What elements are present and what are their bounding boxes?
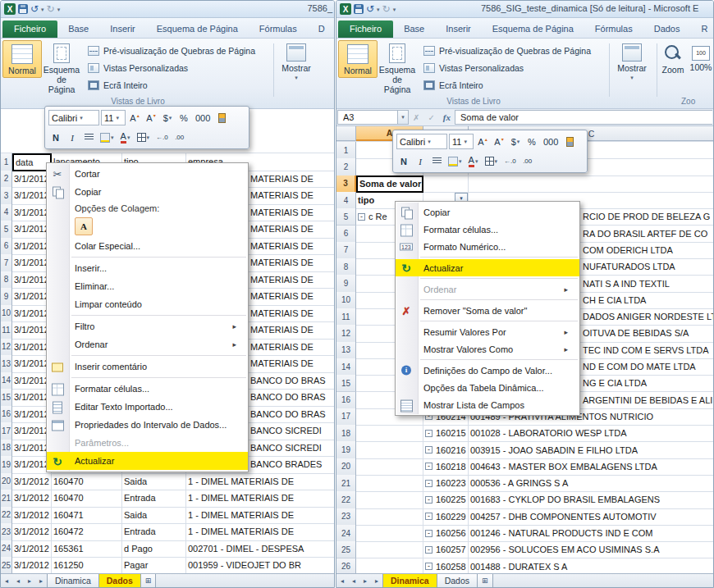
- borders-button[interactable]: ▾: [135, 130, 153, 145]
- cell-b19[interactable]: -160216: [423, 441, 469, 458]
- ribbon-tab-base[interactable]: Base: [393, 21, 435, 38]
- normal-view-button[interactable]: Normal: [338, 40, 378, 78]
- row-header-8[interactable]: 8: [1, 271, 12, 289]
- format-painter-button[interactable]: [214, 110, 229, 125]
- insert-sheet-tab[interactable]: ⊞: [477, 574, 493, 587]
- cell-c26[interactable]: 001488 - DURATEX S A: [469, 558, 713, 576]
- sheet-nav-next-icon[interactable]: ▸: [364, 577, 367, 585]
- accounting-number-format-button[interactable]: $▾: [508, 134, 523, 149]
- decrease-decimal-button[interactable]: ←.0: [153, 130, 171, 145]
- menu-item-mostrar-valores-como[interactable]: Mostrar Valores Como▸: [396, 340, 579, 358]
- cell-c19[interactable]: 003915 - JOAO SABADIN E FILHO LTDA: [469, 441, 713, 458]
- sheet-nav-next-icon[interactable]: ▸: [375, 577, 378, 585]
- save-icon[interactable]: [18, 4, 28, 14]
- row-header-25[interactable]: 25: [1, 557, 12, 575]
- cell-a23[interactable]: [356, 508, 423, 526]
- row-header-20[interactable]: 20: [336, 458, 356, 476]
- excel-app-icon[interactable]: [340, 3, 351, 15]
- cell-b26[interactable]: -160258: [423, 558, 469, 576]
- collapse-icon[interactable]: -: [425, 563, 433, 570]
- menu-item-actualizar[interactable]: Actualizar: [396, 259, 579, 276]
- row-header-13[interactable]: 13: [336, 342, 356, 359]
- show-button[interactable]: Mostrar▾: [277, 40, 316, 82]
- font-size-select[interactable]: 11▾: [101, 110, 126, 125]
- row-header-11[interactable]: 11: [1, 321, 12, 340]
- row-header-23[interactable]: 23: [336, 508, 356, 526]
- row-header-2[interactable]: 2: [1, 171, 12, 189]
- cell-a18[interactable]: [356, 425, 423, 442]
- collapse-icon[interactable]: -: [425, 496, 433, 504]
- cell-b22[interactable]: 160471: [52, 507, 122, 525]
- ribbon-tab-esquema-de-p-gina[interactable]: Esquema de Página: [146, 21, 249, 38]
- sheet-nav-next-icon[interactable]: ▸: [39, 577, 43, 585]
- select-all-corner[interactable]: [336, 126, 356, 141]
- row-header-25[interactable]: 25: [336, 541, 356, 558]
- cell-b24[interactable]: -160256: [423, 525, 469, 542]
- menu-item-eliminar[interactable]: Eliminar...: [47, 277, 248, 295]
- cell-d25[interactable]: 001959 - VIDEOJET DO BR: [186, 557, 334, 575]
- row-header-10[interactable]: 10: [1, 305, 12, 323]
- cell-c24[interactable]: d Pago: [122, 540, 186, 558]
- row-header-7[interactable]: 7: [1, 254, 12, 272]
- row-header-24[interactable]: 24: [1, 540, 12, 558]
- row-header-4[interactable]: 4: [1, 204, 12, 222]
- sheet-nav-prev-icon[interactable]: ◂: [16, 577, 20, 585]
- collapse-icon[interactable]: -: [358, 213, 365, 221]
- font-color-button[interactable]: A▾: [466, 153, 481, 169]
- row-header-19[interactable]: 19: [336, 441, 356, 458]
- cell-a3[interactable]: Soma de valor: [356, 175, 423, 193]
- cell-a24[interactable]: [356, 525, 423, 542]
- row-header-21[interactable]: 21: [1, 490, 12, 508]
- view-option-vistas-personalizadas[interactable]: Vistas Personalizadas: [423, 59, 591, 76]
- cell-b20[interactable]: -160218: [423, 458, 469, 476]
- ribbon-tab-r[interactable]: R: [690, 21, 714, 38]
- sheet-nav-prev-icon[interactable]: ◂: [5, 577, 8, 585]
- collapse-icon[interactable]: -: [425, 463, 433, 470]
- cell-a22[interactable]: 3/1/2012: [12, 507, 52, 525]
- undo-icon[interactable]: [30, 4, 39, 14]
- row-header-16[interactable]: 16: [1, 406, 12, 424]
- menu-item-op-es-da-tabela-din-mica[interactable]: Opções da Tabela Dinâmica...: [396, 379, 579, 396]
- menu-item-colar-especial[interactable]: Colar Especial...: [47, 237, 248, 255]
- menu-item-filtro[interactable]: Filtro▸: [47, 317, 248, 335]
- menu-item-limpar-conte-do[interactable]: Limpar conteúdo: [47, 295, 248, 313]
- row-header-9[interactable]: 9: [336, 275, 356, 292]
- menu-item-ordenar[interactable]: Ordenar▸: [47, 335, 248, 353]
- collapse-icon[interactable]: -: [425, 446, 433, 454]
- cell-b24[interactable]: 165361: [52, 540, 122, 558]
- menu-item-resumir-valores-por[interactable]: Resumir Valores Por▸: [396, 323, 579, 340]
- font-name-select[interactable]: Calibri▾: [48, 110, 99, 125]
- cell-b21[interactable]: 160470: [52, 490, 122, 508]
- row-header-22[interactable]: 22: [336, 491, 356, 508]
- row-header-3[interactable]: 3: [336, 175, 356, 193]
- cell-c24[interactable]: 001246 - NATURAL PRODUCTS IND E COM: [469, 525, 713, 542]
- row-header-17[interactable]: 17: [336, 408, 356, 426]
- cell-a21[interactable]: [356, 475, 423, 492]
- comma-style-button[interactable]: 000: [193, 110, 213, 125]
- row-header-24[interactable]: 24: [336, 525, 356, 542]
- menu-item-inserir-coment-rio[interactable]: Inserir comentário: [47, 358, 248, 376]
- titlebar[interactable]: ▾ ▾ 7586_SIG_teste_dinamica [Só de leitu…: [336, 1, 713, 18]
- decrease-font-size-button[interactable]: A▾: [144, 110, 158, 125]
- cell-a25[interactable]: [356, 541, 423, 558]
- decrease-decimal-button[interactable]: ←.0: [501, 153, 519, 169]
- increase-decimal-button[interactable]: .00: [520, 153, 535, 169]
- cell-b22[interactable]: -160225: [423, 491, 469, 508]
- italic-button[interactable]: I: [413, 153, 428, 169]
- ribbon-tab-ficheiro[interactable]: Ficheiro: [338, 21, 393, 38]
- menu-item-cortar[interactable]: Cortar: [47, 165, 248, 183]
- zoom-100-button[interactable]: 100100%: [688, 40, 713, 74]
- menu-item-copiar[interactable]: Copiar: [47, 183, 248, 201]
- percent-style-button[interactable]: %: [524, 134, 539, 149]
- row-header-21[interactable]: 21: [336, 475, 356, 492]
- row-header-26[interactable]: 26: [336, 558, 356, 576]
- cell-b18[interactable]: -160215: [423, 425, 469, 442]
- increase-font-size-button[interactable]: A▴: [127, 110, 142, 125]
- ribbon-tab-dados[interactable]: Dados: [643, 21, 691, 38]
- row-header-16[interactable]: 16: [336, 392, 356, 409]
- view-option-ecr-inteiro[interactable]: Ecrã Inteiro: [88, 76, 255, 93]
- cell-b25[interactable]: -160257: [423, 541, 469, 558]
- row-header-11[interactable]: 11: [336, 308, 356, 326]
- row-header-23[interactable]: 23: [1, 523, 12, 541]
- insert-function-icon[interactable]: fx: [443, 112, 451, 122]
